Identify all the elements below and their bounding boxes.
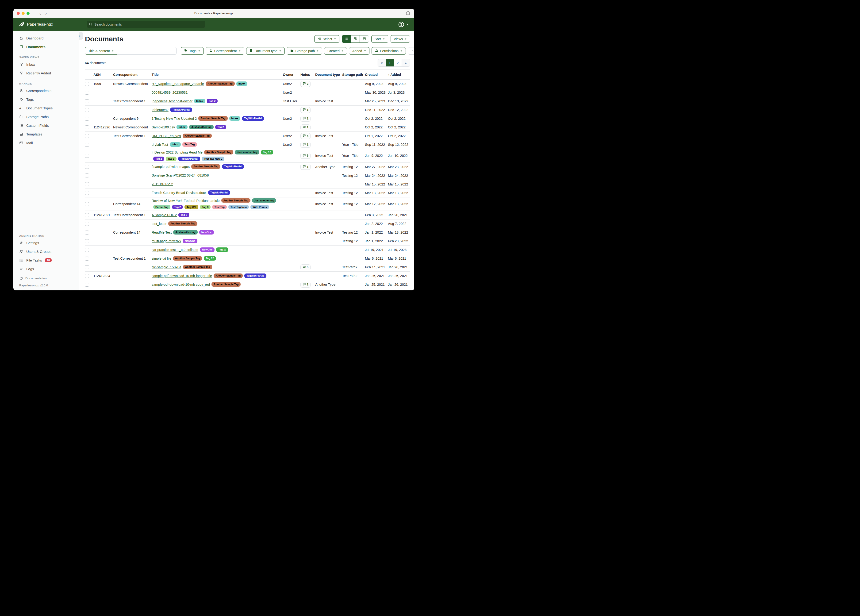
document-title-link[interactable]: UM_PPBE_en_v29 (152, 134, 181, 138)
row-checkbox[interactable] (85, 202, 89, 206)
tag-pill[interactable]: TagWithPartial (178, 157, 200, 161)
document-title-link[interactable]: Sonstige ScanPC2022 03-24_081058 (152, 173, 209, 177)
tag-pill[interactable]: Inbox (229, 116, 240, 121)
tag-pill[interactable]: Tag 2 (172, 205, 183, 209)
row-checkbox[interactable] (85, 143, 89, 147)
tag-pill[interactable]: With Perms (250, 205, 269, 209)
sidebar-item-logs[interactable]: Logs (13, 265, 79, 273)
cell-correspondent[interactable]: Test Correspondent 1 (113, 213, 152, 217)
tag-pill[interactable]: Another Sample Tag (212, 282, 240, 287)
cell-correspondent[interactable]: Correspondent 14 (113, 231, 152, 234)
search-field-dropdown[interactable]: Title & content (85, 47, 117, 55)
filter-tags-button[interactable]: Tags (181, 47, 204, 55)
row-checkbox[interactable] (85, 191, 89, 195)
notes-button[interactable]: 1 (300, 107, 311, 113)
tag-pill[interactable]: Another Sample Tag (204, 150, 233, 154)
row-checkbox[interactable] (85, 99, 89, 103)
row-checkbox[interactable] (85, 265, 89, 269)
column-header-asn[interactable]: ASN (93, 73, 113, 77)
sidebar-item-mail[interactable]: Mail (13, 138, 79, 147)
pagination-page-2[interactable]: 2 (394, 59, 402, 66)
tag-pill[interactable]: Test Tag (212, 205, 227, 209)
notes-button[interactable]: 5 (300, 264, 311, 270)
search-input[interactable] (86, 20, 206, 28)
document-title-link[interactable]: [paperless] test post-owner (152, 99, 193, 103)
notes-button[interactable]: 1 (300, 124, 311, 130)
document-title-link[interactable]: 2sample-pdf-with-images (152, 165, 190, 168)
traffic-lights[interactable] (17, 12, 30, 15)
row-checkbox[interactable] (85, 239, 89, 243)
filter-permissions-button[interactable]: Permissions (372, 47, 406, 55)
row-checkbox[interactable] (85, 182, 89, 186)
filter-document-type-button[interactable]: Document type (246, 47, 285, 55)
tag-pill[interactable]: Another Sample Tag (221, 198, 250, 203)
notes-button[interactable]: 4 (300, 133, 311, 139)
row-checkbox[interactable] (85, 134, 89, 138)
filter-correspondent-button[interactable]: Correspondent (206, 47, 244, 55)
document-title-link[interactable]: test_letter (152, 222, 166, 226)
tag-pill[interactable]: Tag 3 (166, 157, 176, 161)
sort-button[interactable]: Sort (371, 35, 388, 43)
sidebar-item-document-types[interactable]: #Document Types (13, 104, 79, 112)
notes-button[interactable]: 1 (300, 164, 311, 170)
tag-pill[interactable]: TagWithPartial (222, 164, 244, 169)
sidebar-item-tags[interactable]: Tags (13, 95, 79, 104)
document-title-link[interactable]: drylab Test (152, 143, 168, 146)
document-title-link[interactable]: 0004814539_20230531 (152, 91, 188, 94)
document-title-link[interactable]: French Country Bread Revised.docx (152, 191, 207, 195)
tag-pill[interactable]: Just another tag (252, 198, 276, 203)
tag-pill[interactable]: NewOne (183, 239, 198, 243)
tag-pill[interactable]: Another Sample Tag (213, 273, 243, 278)
sidebar-item-dashboard[interactable]: Dashboard (13, 34, 79, 42)
sidebar-item-templates[interactable]: Templates (13, 130, 79, 138)
sidebar-item-file-tasks[interactable]: File Tasks16 (13, 256, 79, 265)
minimize-window-button[interactable] (22, 12, 25, 15)
tag-pill[interactable]: TagWithPartial (208, 190, 230, 195)
sidebar-item-custom-fields[interactable]: Custom Fields (13, 121, 79, 130)
close-window-button[interactable] (17, 12, 20, 15)
row-checkbox[interactable] (85, 165, 89, 169)
row-checkbox[interactable] (85, 125, 89, 129)
cards-view-button[interactable] (360, 35, 369, 42)
filter-created-button[interactable]: Created (324, 47, 347, 55)
document-title-link[interactable]: sample-pdf-download-10-mb copy_red (152, 283, 210, 286)
tag-pill[interactable]: Inbox (236, 82, 247, 86)
cell-correspondent[interactable]: Test Correspondent 1 (113, 134, 152, 138)
zoom-window-button[interactable] (27, 12, 30, 15)
tag-pill[interactable]: TagWithPartial (170, 107, 192, 112)
cell-correspondent[interactable]: Correspondent 14 (113, 202, 152, 206)
tag-pill[interactable]: NewOne (200, 247, 215, 252)
tag-pill[interactable]: Tag 12 (216, 247, 228, 252)
list-view-button[interactable] (342, 35, 351, 42)
tag-pill[interactable]: Tag 2 (178, 213, 189, 217)
tag-pill[interactable]: Partial Tag (153, 205, 170, 209)
tag-pill[interactable]: Tag 12 (204, 256, 216, 261)
sidebar-item-settings[interactable]: Settings (13, 239, 79, 247)
tag-pill[interactable]: Tag 12 (261, 150, 273, 154)
row-checkbox[interactable] (85, 173, 89, 178)
document-title-link[interactable]: A Sample PDF 2 (152, 213, 177, 217)
column-header-owner[interactable]: Owner (283, 73, 300, 77)
document-title-link[interactable]: ReadMe Test (152, 231, 171, 234)
filter-storage-path-button[interactable]: Storage path (287, 47, 322, 55)
row-checkbox[interactable] (85, 82, 89, 86)
tag-pill[interactable]: Another Sample Tag (206, 82, 235, 86)
notes-button[interactable]: 1 (300, 116, 311, 122)
tag-pill[interactable]: Tag 3 (200, 205, 211, 209)
views-button[interactable]: Views (391, 35, 410, 43)
filter-added-button[interactable]: Added (349, 47, 369, 55)
document-title-link[interactable]: InDesign 2022 Scripting Read Me (152, 151, 202, 154)
user-menu[interactable] (398, 21, 414, 28)
row-checkbox[interactable] (85, 256, 89, 261)
sidebar-item-recently-added[interactable]: Recently Added (13, 69, 79, 77)
document-title-link[interactable]: Review-of-New-York-Federal-Petitions-art… (152, 199, 220, 203)
cell-correspondent[interactable]: Newest Correspondent (113, 125, 152, 129)
document-title-link[interactable]: Sample100.csv (152, 125, 175, 129)
tag-pill[interactable]: NewOne (199, 230, 214, 234)
row-checkbox[interactable] (85, 248, 89, 252)
cell-correspondent[interactable]: Test Correspondent 1 (113, 256, 152, 260)
document-title-link[interactable]: multi-page-mixedxx (152, 239, 181, 243)
tag-pill[interactable]: TagWithPartial (244, 273, 267, 278)
tag-pill[interactable]: Just another tag (173, 230, 198, 234)
tag-pill[interactable]: Another Sample Tag (183, 134, 212, 138)
